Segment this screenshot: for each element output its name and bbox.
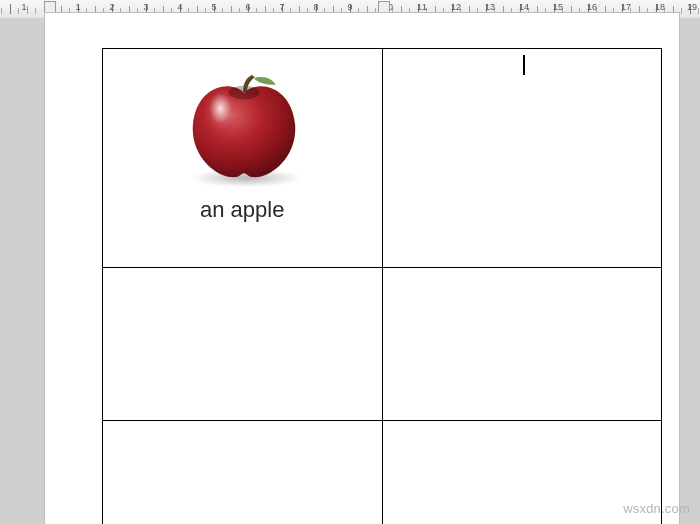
document-table[interactable]: an apple [102,48,662,524]
table-cell-r3c2[interactable] [382,421,662,525]
ruler-number: 14 [519,2,529,12]
ruler-number: 4 [177,2,182,12]
apple-image[interactable] [167,57,317,191]
ruler-number: 16 [587,2,597,12]
table-cell-r1c2[interactable] [382,49,662,268]
ruler-number: 18 [655,2,665,12]
ruler-number: 8 [313,2,318,12]
apple-body [185,75,303,183]
ruler-number: 6 [245,2,250,12]
watermark-text: wsxdn.com [623,501,690,516]
ruler-number: 3 [143,2,148,12]
ruler-number: 13 [485,2,495,12]
ruler-number: 1 [75,2,80,12]
document-page[interactable]: an apple [44,12,680,524]
ruler-number: 2 [109,2,114,12]
ruler-number: 19 [687,2,697,12]
table-cell-r3c1[interactable] [103,421,383,525]
ruler-number: 9 [347,2,352,12]
editor-area[interactable]: an apple wsxdn.com [0,18,700,524]
ruler-number: 7 [279,2,284,12]
table-cell-r2c2[interactable] [382,268,662,421]
ruler-number: 12 [451,2,461,12]
ruler-number: 1 [21,2,26,12]
ruler-number: 11 [417,2,427,12]
ruler-number: 5 [211,2,216,12]
ruler-number: 17 [621,2,631,12]
text-cursor-icon [523,55,525,75]
cell-caption[interactable]: an apple [200,197,284,223]
table-cell-r2c1[interactable] [103,268,383,421]
ruler-number: 15 [553,2,563,12]
table-cell-r1c1[interactable]: an apple [103,49,383,268]
svg-point-1 [205,87,236,130]
